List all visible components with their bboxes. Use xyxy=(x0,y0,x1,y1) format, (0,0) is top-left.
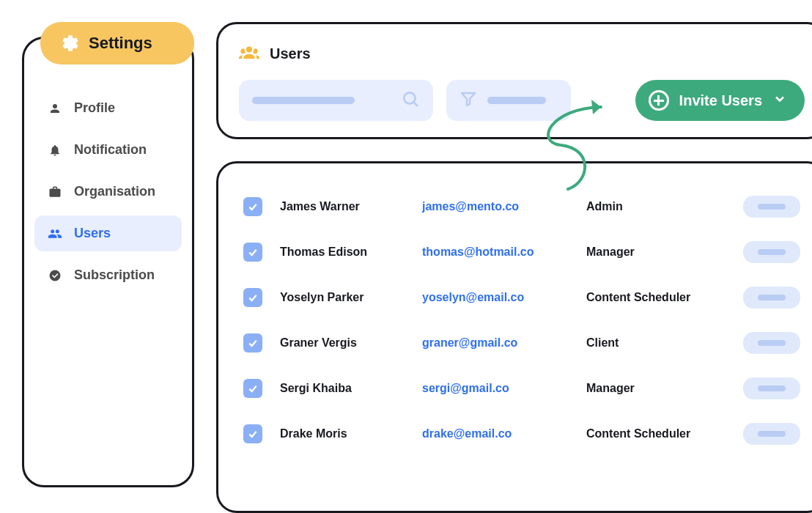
sidebar-item-label: Profile xyxy=(74,100,115,116)
search-placeholder xyxy=(252,97,355,104)
check-circle-icon xyxy=(48,268,62,283)
chevron-down-icon xyxy=(772,92,787,109)
user-action-button[interactable] xyxy=(743,377,800,399)
main-content: Users Invite Users xyxy=(216,22,812,513)
filter-input[interactable] xyxy=(446,80,571,121)
user-role: Manager xyxy=(586,246,726,259)
bell-icon xyxy=(48,143,62,158)
user-checkbox[interactable] xyxy=(243,379,262,398)
sidebar-item-profile[interactable]: Profile xyxy=(34,90,182,126)
user-row: Yoselyn Parker yoselyn@email.co Content … xyxy=(243,275,800,320)
settings-badge: Settings xyxy=(40,22,194,64)
user-role: Content Scheduler xyxy=(586,427,726,440)
settings-title: Settings xyxy=(89,34,152,53)
user-checkbox[interactable] xyxy=(243,197,262,216)
user-role: Content Scheduler xyxy=(586,291,726,304)
user-name: Yoselyn Parker xyxy=(280,291,405,304)
user-email[interactable]: yoselyn@email.co xyxy=(422,291,569,304)
sidebar-item-organisation[interactable]: Organisation xyxy=(34,174,182,210)
user-email[interactable]: drake@email.co xyxy=(422,427,569,440)
sidebar-item-users[interactable]: Users xyxy=(34,215,182,251)
user-email[interactable]: graner@gmail.co xyxy=(422,336,569,350)
sidebar-panel: Profile Notification Organisation Users xyxy=(22,37,194,487)
user-name: James Warner xyxy=(280,200,405,213)
plus-circle-icon xyxy=(649,90,669,111)
gear-icon xyxy=(61,34,80,53)
user-role: Client xyxy=(586,336,726,350)
invite-users-button[interactable]: Invite Users xyxy=(635,80,805,121)
sidebar-item-label: Subscription xyxy=(74,267,155,283)
user-checkbox[interactable] xyxy=(243,333,262,353)
users-icon xyxy=(48,226,62,241)
sidebar-item-label: Organisation xyxy=(74,184,155,199)
svg-point-0 xyxy=(404,92,415,103)
search-input[interactable] xyxy=(239,80,433,121)
user-row: Graner Vergis graner@gmail.co Client xyxy=(243,320,800,366)
user-name: Thomas Edison xyxy=(280,246,405,259)
search-icon xyxy=(401,89,420,111)
funnel-icon xyxy=(459,90,477,111)
user-role: Admin xyxy=(586,200,726,213)
user-row: Drake Moris drake@email.co Content Sched… xyxy=(243,411,800,457)
user-role: Manager xyxy=(586,382,726,395)
svg-marker-2 xyxy=(462,93,475,106)
user-name: Drake Moris xyxy=(280,427,405,440)
user-email[interactable]: james@mento.co xyxy=(422,200,569,213)
users-table-card: James Warner james@mento.co Admin Thomas… xyxy=(216,161,812,513)
user-checkbox[interactable] xyxy=(243,424,262,443)
user-row: Sergi Khaiba sergi@gmail.co Manager xyxy=(243,366,800,411)
person-icon xyxy=(48,101,62,116)
user-checkbox[interactable] xyxy=(243,243,262,262)
users-header-card: Users Invite Users xyxy=(216,22,812,139)
user-row: Thomas Edison thomas@hotmail.co Manager xyxy=(243,229,800,275)
user-email[interactable]: sergi@gmail.co xyxy=(422,382,569,395)
sidebar-item-notification[interactable]: Notification xyxy=(34,132,182,168)
sidebar-item-label: Notification xyxy=(74,142,147,158)
user-checkbox[interactable] xyxy=(243,288,262,307)
sidebar-item-label: Users xyxy=(74,226,111,241)
users-header-title: Users xyxy=(270,45,311,62)
user-name: Sergi Khaiba xyxy=(280,382,405,395)
user-row: James Warner james@mento.co Admin xyxy=(243,184,800,229)
user-action-button[interactable] xyxy=(743,196,800,218)
sidebar-item-subscription[interactable]: Subscription xyxy=(34,257,182,293)
sidebar: Settings Profile Notification Organisati… xyxy=(22,22,194,513)
filter-placeholder xyxy=(487,97,546,104)
svg-line-1 xyxy=(414,103,418,106)
user-action-button[interactable] xyxy=(743,332,800,354)
user-action-button[interactable] xyxy=(743,241,800,263)
user-action-button[interactable] xyxy=(743,287,800,309)
users-group-icon xyxy=(239,42,259,65)
invite-users-label: Invite Users xyxy=(679,92,762,109)
user-email[interactable]: thomas@hotmail.co xyxy=(422,246,569,259)
briefcase-icon xyxy=(48,185,62,199)
user-name: Graner Vergis xyxy=(280,336,405,350)
user-action-button[interactable] xyxy=(743,423,800,445)
